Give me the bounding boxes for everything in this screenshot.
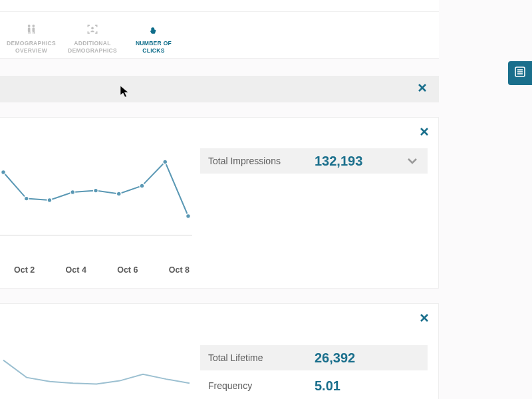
lifetime-panel: Total Lifetime 26,392 Frequency 5.01 [0, 303, 439, 399]
list-icon [514, 66, 526, 80]
stat-label: Total Lifetime [208, 352, 315, 363]
svg-rect-6 [33, 31, 33, 33]
svg-rect-5 [29, 31, 30, 33]
svg-rect-2 [28, 28, 31, 33]
impressions-panel: Oct 2 Oct 4 Oct 6 Oct 8 Total Impression… [0, 117, 439, 289]
svg-rect-4 [29, 31, 29, 33]
svg-point-8 [91, 27, 94, 30]
svg-point-14 [116, 192, 121, 196]
stat-row-frequency: Frequency 5.01 [200, 373, 428, 398]
chevron-down-icon[interactable] [405, 154, 420, 168]
stat-label: Frequency [208, 380, 315, 391]
x-tick: Oct 2 [14, 265, 35, 275]
svg-point-15 [140, 184, 144, 188]
close-icon[interactable] [420, 127, 429, 139]
close-icon[interactable] [420, 313, 429, 325]
x-tick: Oct 6 [117, 265, 138, 275]
tab-label: NUMBER OF CLICKS [130, 40, 177, 54]
svg-point-0 [28, 25, 31, 27]
close-icon[interactable] [418, 83, 427, 95]
impressions-stats: Total Impressions 132,193 [200, 148, 428, 176]
scan-icon [84, 21, 100, 37]
tab-label: DEMOGRAPHICS OVERVIEW [7, 40, 56, 54]
svg-point-17 [186, 214, 191, 219]
svg-point-16 [163, 160, 168, 164]
tab-label: ADDITIONAL DEMOGRAPHICS [68, 40, 117, 54]
svg-point-11 [47, 198, 52, 203]
stat-row-total-impressions: Total Impressions 132,193 [200, 148, 428, 174]
svg-point-10 [24, 196, 29, 201]
svg-point-12 [70, 190, 75, 195]
tab-bar: DEMOGRAPHICS OVERVIEW ADDITIONAL DEMOGRA… [0, 12, 439, 58]
svg-point-9 [1, 170, 6, 175]
stat-label: Total Impressions [208, 156, 315, 166]
click-icon [146, 21, 162, 37]
stat-row-total-lifetime: Total Lifetime 26,392 [200, 345, 428, 370]
tab-demographics-overview[interactable]: DEMOGRAPHICS OVERVIEW [8, 21, 55, 54]
x-tick: Oct 4 [66, 265, 86, 275]
side-panel-button[interactable] [508, 61, 532, 85]
stat-value: 132,193 [315, 154, 405, 169]
lifetime-stats: Total Lifetime 26,392 Frequency 5.01 [200, 345, 428, 399]
svg-point-13 [94, 188, 98, 193]
tab-additional-demographics[interactable]: ADDITIONAL DEMOGRAPHICS [69, 21, 116, 54]
stat-value: 26,392 [315, 350, 420, 366]
x-tick: Oct 8 [169, 265, 190, 275]
tab-number-of-clicks[interactable]: NUMBER OF CLICKS [130, 21, 177, 54]
svg-point-1 [32, 25, 35, 27]
filter-band [0, 76, 439, 102]
svg-rect-7 [34, 31, 35, 33]
people-icon [23, 21, 39, 37]
x-axis: Oct 2 Oct 4 Oct 6 Oct 8 [0, 261, 192, 275]
svg-rect-3 [33, 28, 35, 33]
lifetime-chart [0, 345, 192, 392]
stat-value: 5.01 [315, 378, 420, 394]
impressions-chart [0, 148, 192, 261]
